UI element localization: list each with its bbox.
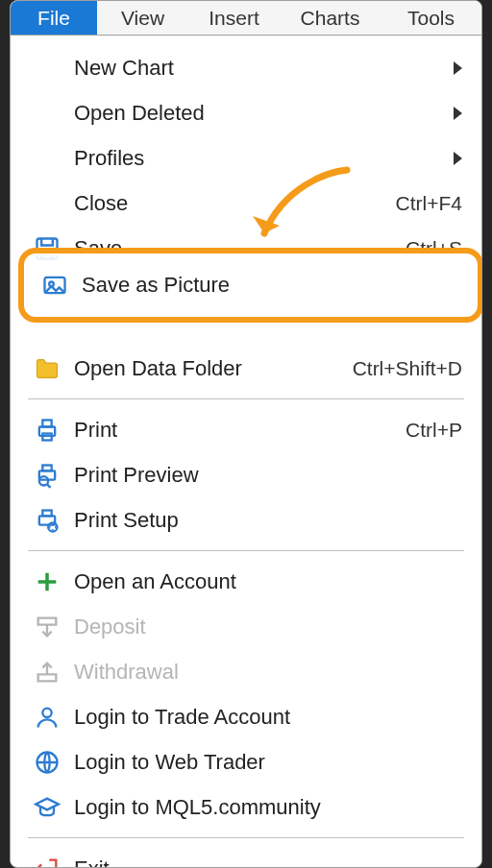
svg-rect-6: [42, 465, 51, 470]
menubar-charts[interactable]: Charts: [280, 1, 381, 35]
shortcut-label: Ctrl+F4: [396, 192, 462, 215]
menu-open-account[interactable]: Open an Account: [11, 559, 481, 604]
menu-label: Login to Web Trader: [74, 750, 462, 775]
menu-label: Close: [74, 191, 396, 216]
graduation-cap-icon: [20, 794, 74, 821]
submenu-arrow-icon: [454, 152, 462, 165]
menu-label: Login to MQL5.community: [74, 795, 462, 820]
plus-icon: [20, 568, 74, 595]
menu-label: Deposit: [74, 615, 462, 639]
menu-label: Exit: [74, 856, 462, 869]
menu-exit[interactable]: Exit: [11, 846, 481, 868]
menu-deposit: Deposit: [11, 604, 481, 649]
shortcut-label: Ctrl+Shift+D: [353, 357, 462, 380]
menu-label: New Chart: [74, 56, 454, 81]
menubar-file[interactable]: File: [11, 1, 97, 35]
printer-icon: [20, 417, 74, 444]
svg-point-11: [42, 708, 51, 716]
print-preview-icon: [20, 462, 74, 489]
menu-login-trade[interactable]: Login to Trade Account: [11, 694, 481, 739]
menu-close[interactable]: Close Ctrl+F4: [11, 181, 481, 226]
menubar-tools[interactable]: Tools: [381, 1, 481, 35]
menu-label: Withdrawal: [74, 660, 462, 685]
file-menu-window: File View Insert Charts Tools New Chart …: [10, 0, 482, 868]
menu-label: Print Setup: [74, 508, 462, 533]
shortcut-label: Ctrl+P: [406, 419, 462, 442]
print-setup-icon: [20, 507, 74, 534]
menu-label: Save as Picture: [82, 273, 478, 298]
menu-label: Open Deleted: [74, 101, 454, 126]
menubar-view[interactable]: View: [97, 1, 188, 35]
separator: [28, 398, 464, 399]
menu-save-as-picture[interactable]: Save as Picture: [18, 248, 482, 323]
separator: [28, 550, 464, 551]
menu-label: Profiles: [74, 146, 454, 171]
menu-new-chart[interactable]: New Chart: [11, 45, 481, 90]
menubar-insert[interactable]: Insert: [188, 1, 280, 35]
withdrawal-icon: [20, 659, 74, 686]
svg-rect-9: [42, 510, 51, 516]
globe-icon: [20, 749, 74, 776]
svg-rect-3: [42, 420, 51, 426]
submenu-arrow-icon: [454, 107, 462, 120]
menu-print-setup[interactable]: Print Setup: [11, 497, 481, 542]
submenu-arrow-icon: [454, 61, 462, 75]
menu-label: Print Preview: [74, 463, 462, 488]
menu-label: Print: [74, 418, 406, 443]
menu-label: Open Data Folder: [74, 356, 353, 381]
menu-print-preview[interactable]: Print Preview: [11, 452, 481, 497]
menu-label: Login to Trade Account: [74, 705, 462, 730]
menu-open-data-folder[interactable]: Open Data Folder Ctrl+Shift+D: [11, 346, 481, 391]
menu-open-deleted[interactable]: Open Deleted: [11, 90, 481, 135]
deposit-icon: [20, 614, 74, 640]
menu-withdrawal: Withdrawal: [11, 649, 481, 694]
menu-login-mql5[interactable]: Login to MQL5.community: [11, 784, 481, 830]
exit-icon: [20, 856, 74, 869]
user-icon: [20, 704, 74, 731]
menu-label: Open an Account: [74, 569, 462, 594]
folder-icon: [20, 355, 74, 382]
picture-icon: [28, 272, 82, 299]
menu-print[interactable]: Print Ctrl+P: [11, 407, 481, 452]
menu-login-web[interactable]: Login to Web Trader: [11, 739, 481, 784]
separator: [28, 837, 464, 838]
menubar: File View Insert Charts Tools: [11, 1, 481, 36]
menu-profiles[interactable]: Profiles: [11, 135, 481, 181]
file-dropdown: New Chart Open Deleted Profiles Close Ct…: [11, 36, 481, 868]
